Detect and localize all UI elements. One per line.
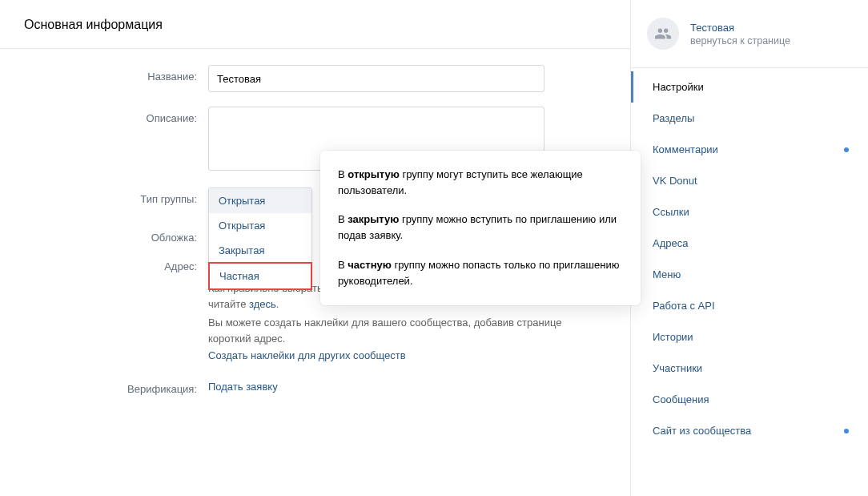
nav-item-label: Адреса: [653, 237, 688, 249]
nav-item-label: Ссылки: [653, 206, 689, 218]
notification-dot-icon: [844, 429, 849, 433]
verification-apply-link[interactable]: Подать заявку: [208, 377, 278, 393]
group-type-label: Тип группы:: [24, 188, 208, 205]
nav-item-7[interactable]: Работа с API: [631, 290, 868, 321]
nav-item-label: Истории: [653, 331, 693, 343]
right-sidebar: Тестовая вернуться к странице НастройкиР…: [631, 0, 868, 496]
nav-item-3[interactable]: VK Donut: [631, 165, 868, 196]
back-to-page-link[interactable]: вернуться к странице: [690, 35, 790, 46]
nav-item-0[interactable]: Настройки: [631, 71, 868, 103]
group-type-dropdown[interactable]: Открытая Открытая Закрытая Частная: [208, 188, 312, 290]
create-stickers-link[interactable]: Создать наклейки для других сообществ: [208, 349, 406, 361]
name-label: Название:: [24, 65, 208, 83]
nav-item-5[interactable]: Адреса: [631, 228, 868, 259]
nav-item-label: Комментарии: [653, 143, 718, 155]
nav-item-4[interactable]: Ссылки: [631, 196, 868, 228]
nav-item-6[interactable]: Меню: [631, 259, 868, 290]
nav-item-11[interactable]: Сайт из сообщества: [631, 415, 868, 446]
stickers-hint: Вы можете создать наклейки для вашего со…: [208, 315, 577, 346]
main-panel: Основная информация Название: Описание: …: [0, 0, 631, 496]
nav-item-label: Настройки: [653, 81, 704, 93]
settings-nav: НастройкиРазделыКомментарииVK DonutСсылк…: [631, 68, 868, 446]
nav-item-label: Меню: [653, 268, 681, 280]
group-type-option-open[interactable]: Открытая: [209, 213, 311, 238]
page-title: Основная информация: [0, 0, 630, 49]
verification-label: Верификация:: [24, 377, 208, 395]
nav-item-label: VK Donut: [653, 175, 697, 187]
cover-label: Обложка:: [24, 226, 208, 244]
description-label: Описание:: [24, 107, 208, 124]
community-header[interactable]: Тестовая вернуться к странице: [631, 0, 868, 68]
nav-item-2[interactable]: Комментарии: [631, 134, 868, 165]
group-type-option-selected[interactable]: Открытая: [209, 188, 311, 213]
group-type-option-closed[interactable]: Закрытая: [209, 238, 311, 263]
nav-item-10[interactable]: Сообщения: [631, 384, 868, 415]
nav-item-label: Сайт из сообщества: [653, 425, 751, 437]
nav-item-label: Сообщения: [653, 393, 709, 405]
nav-item-label: Участники: [653, 362, 702, 374]
nav-item-9[interactable]: Участники: [631, 353, 868, 384]
address-label: Адрес:: [24, 255, 208, 272]
notification-dot-icon: [844, 147, 849, 152]
name-input[interactable]: [208, 65, 545, 92]
nav-item-label: Разделы: [653, 112, 694, 124]
group-icon: [654, 25, 672, 42]
group-type-option-private[interactable]: Частная: [208, 262, 312, 290]
nav-item-8[interactable]: Истории: [631, 321, 868, 353]
address-hint-link[interactable]: здесь: [249, 298, 276, 310]
nav-item-1[interactable]: Разделы: [631, 103, 868, 134]
community-avatar: [647, 18, 679, 50]
group-type-tooltip: В открытую группу могут вступить все жел…: [320, 151, 641, 305]
nav-item-label: Работа с API: [653, 300, 715, 312]
community-title: Тестовая: [690, 22, 790, 34]
